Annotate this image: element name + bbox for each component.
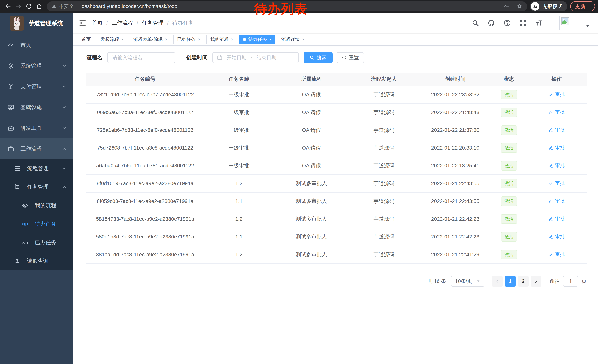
breadcrumb-item[interactable]: 首页 / xyxy=(92,19,112,27)
edit-icon xyxy=(548,199,553,203)
breadcrumb-item[interactable]: 待办任务 / xyxy=(172,19,194,27)
table-row: 73211d9d-7b9b-11ec-b5b7-acde48001122 一级审… xyxy=(86,86,587,104)
tab[interactable]: 我的流程 × xyxy=(206,35,237,44)
app-title: 芋道管理系统 xyxy=(29,19,63,27)
approve-button[interactable]: 审批 xyxy=(548,216,565,222)
address-bar[interactable]: 不安全 dashboard.yudao.iocoder.cn/bpm/task/… xyxy=(47,1,527,11)
tab[interactable]: 流程详情 × xyxy=(277,35,308,44)
page-number-button[interactable]: 1 xyxy=(505,276,515,287)
sidebar-item[interactable]: 支付管理 xyxy=(0,76,73,97)
tab[interactable]: 已办任务 × xyxy=(173,35,204,44)
task-id-cell: 725a1eb6-7b88-11ec-8ef0-acde48001122 xyxy=(86,127,204,133)
date-range-input[interactable]: 开始日期 - 结束日期 xyxy=(213,52,299,63)
home-icon[interactable] xyxy=(34,2,44,11)
menu-dots-icon[interactable] xyxy=(588,4,592,9)
starter-cell: 芋道源码 xyxy=(349,251,419,258)
tab-close-icon[interactable]: × xyxy=(121,37,124,42)
sidebar-item[interactable]: 系统管理 xyxy=(0,56,73,76)
approve-button[interactable]: 审批 xyxy=(548,162,565,169)
status-badge: 激活 xyxy=(501,161,517,170)
sidebar-item-label: 首页 xyxy=(20,41,31,49)
update-label: 更新 xyxy=(575,3,585,10)
starter-cell: 芋道源码 xyxy=(349,109,419,116)
tab[interactable]: 首页 × xyxy=(78,35,94,44)
starter-cell: 芋道源码 xyxy=(349,216,419,223)
task-name-cell: 1.2 xyxy=(204,252,274,258)
task-name-cell: 一级审批 xyxy=(204,109,274,116)
sidebar-item[interactable]: 我的流程 xyxy=(0,196,73,215)
sidebar-item[interactable]: 流程管理 xyxy=(0,159,73,178)
sidebar-item[interactable]: 待办任务 xyxy=(0,215,73,233)
edit-icon xyxy=(548,252,553,257)
process-cell: 测试多审批人 xyxy=(274,233,349,240)
page-size-select[interactable]: 10条/页 xyxy=(451,276,484,287)
edit-icon xyxy=(548,181,553,186)
tab-label: 我的流程 xyxy=(210,36,229,42)
tab-close-icon[interactable]: × xyxy=(302,37,305,42)
tab[interactable]: 待办任务 × xyxy=(239,35,275,44)
process-cell: OA 请假 xyxy=(274,91,349,98)
approve-button[interactable]: 审批 xyxy=(548,198,565,204)
sidebar-item[interactable]: 基础设施 xyxy=(0,97,73,118)
tab-label: 首页 xyxy=(82,36,91,42)
goto-page-input[interactable]: 1 xyxy=(563,276,578,287)
fullscreen-icon[interactable] xyxy=(519,19,527,27)
process-name-placeholder: 请输入流程名 xyxy=(112,54,142,61)
font-size-icon[interactable] xyxy=(535,19,543,27)
approve-button[interactable]: 审批 xyxy=(548,109,565,115)
process-cell: 测试多审批人 xyxy=(274,180,349,187)
bookmark-star-icon[interactable] xyxy=(516,3,523,9)
page-number-button[interactable]: 2 xyxy=(518,276,529,287)
tab[interactable]: 流程表单-编辑 × xyxy=(130,35,171,44)
approve-button[interactable]: 审批 xyxy=(548,91,565,97)
github-icon[interactable] xyxy=(488,19,495,27)
help-icon[interactable] xyxy=(504,19,511,27)
sidebar-item[interactable]: 研发工具 xyxy=(0,118,73,138)
avatar-caret-down-icon[interactable] xyxy=(585,24,590,28)
pagination: 共 16 条 10条/页 12 前往 1 页 xyxy=(86,276,587,287)
incognito-badge: 无痕模式 xyxy=(530,1,567,11)
edit-icon xyxy=(548,110,553,115)
app-logo[interactable]: 芋道管理系统 xyxy=(0,13,73,32)
reload-icon[interactable] xyxy=(24,2,34,11)
tab-close-icon[interactable]: × xyxy=(198,37,200,42)
sidebar-item[interactable]: 任务管理 xyxy=(0,178,73,196)
breadcrumb-item[interactable]: 工作流程 / xyxy=(112,19,142,27)
approve-button[interactable]: 审批 xyxy=(548,145,565,151)
prev-page-button[interactable] xyxy=(492,276,503,287)
goto-unit-label: 页 xyxy=(581,278,587,284)
back-icon[interactable] xyxy=(3,2,13,11)
search-icon[interactable] xyxy=(472,19,479,27)
forward-icon[interactable] xyxy=(13,2,24,11)
sidebar-item[interactable]: 请假查询 xyxy=(0,252,73,270)
broken-image-icon xyxy=(561,17,569,25)
tab-close-icon[interactable]: × xyxy=(269,37,272,42)
tab-close-icon[interactable]: × xyxy=(231,37,233,42)
sidebar-fold-icon[interactable] xyxy=(78,18,87,27)
breadcrumb-item[interactable]: 任务管理 / xyxy=(142,19,172,27)
avatar[interactable] xyxy=(559,16,574,30)
tab[interactable]: 发起流程 × xyxy=(97,35,127,44)
sidebar-item[interactable]: 已办任务 xyxy=(0,233,73,252)
update-button[interactable]: 更新 xyxy=(570,1,595,11)
approve-button[interactable]: 审批 xyxy=(548,180,565,186)
search-button[interactable]: 搜索 xyxy=(304,52,332,63)
end-date-placeholder: 结束日期 xyxy=(256,54,276,61)
sidebar-item-label: 研发工具 xyxy=(20,124,42,132)
sidebar-item-label: 支付管理 xyxy=(20,83,42,90)
tab-close-icon[interactable]: × xyxy=(165,37,167,42)
approve-button[interactable]: 审批 xyxy=(548,233,565,240)
sidebar-item[interactable]: 首页 xyxy=(0,35,73,56)
sidebar-item[interactable]: 工作流程 xyxy=(0,138,73,159)
chevron-icon xyxy=(62,126,67,130)
process-name-input[interactable]: 请输入流程名 xyxy=(107,52,175,63)
search-icon xyxy=(310,55,314,60)
url-text[interactable]: dashboard.yudao.iocoder.cn/bpm/task/todo xyxy=(82,4,177,9)
sidebar-item-label: 已办任务 xyxy=(35,239,56,246)
approve-button[interactable]: 审批 xyxy=(548,127,565,133)
next-page-button[interactable] xyxy=(531,276,541,287)
approve-button[interactable]: 审批 xyxy=(548,251,565,258)
status-badge: 激活 xyxy=(501,108,517,117)
reset-button[interactable]: 重置 xyxy=(337,52,364,63)
password-key-icon[interactable] xyxy=(504,3,510,9)
